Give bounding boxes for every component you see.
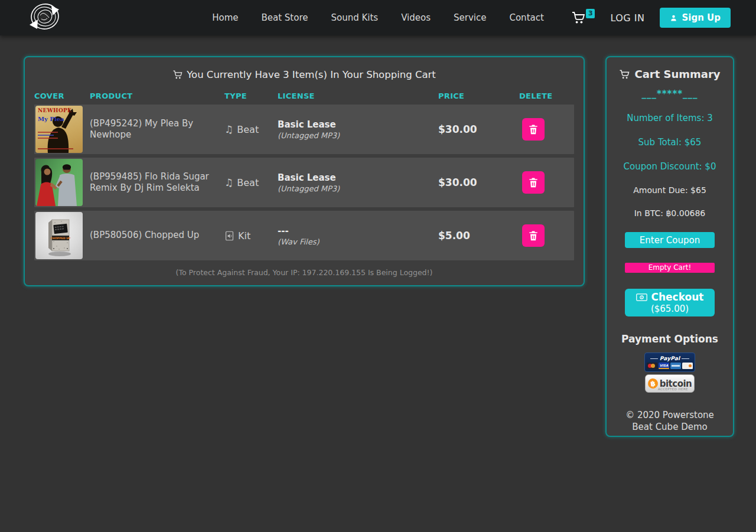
signup-button[interactable]: Sign Up	[660, 8, 731, 28]
enter-coupon-button[interactable]: Enter Coupon	[625, 232, 715, 248]
license-detail: (Untagged MP3)	[278, 131, 438, 140]
signup-label: Sign Up	[682, 12, 721, 23]
nav-item-home[interactable]: Home	[212, 12, 238, 23]
column-header-type: TYPE	[224, 92, 278, 100]
nav-item-sound-kits[interactable]: Sound Kits	[331, 12, 378, 23]
number-of-items: Number of Items: 3	[627, 113, 713, 123]
bitcoin-icon: ฿	[647, 378, 659, 389]
item-price: $5.00	[438, 230, 519, 241]
person-icon	[670, 14, 677, 22]
cart-title: You Currently Have 3 Item(s) In Your Sho…	[34, 68, 574, 81]
delete-cell	[519, 118, 574, 141]
type-label: Kit	[238, 230, 250, 241]
license-name: Basic Lease	[278, 119, 438, 130]
license-cell: Basic Lease (Untagged MP3)	[278, 119, 438, 140]
cart-summary-panel: Cart Summary ___*****___ Number of Items…	[605, 56, 734, 437]
cart-summary-title: Cart Summary	[619, 68, 720, 80]
cart-item-row: CHOPPED UP (BP580506) Chopped Up Kit ---…	[34, 211, 574, 260]
license-cell: --- (Wav Files)	[278, 226, 438, 246]
coupon-discount: Coupon Discount: $0	[624, 161, 716, 172]
type-cell: ♫ Beat	[224, 177, 278, 188]
money-icon	[636, 293, 647, 301]
bitcoin-badge: ฿ bitcoin ACCEPTED HERE	[645, 374, 695, 393]
delete-cell	[519, 224, 574, 247]
cart-item-row: (BP959485) Flo Rida Sugar Remix By Dj Ri…	[34, 158, 574, 207]
fraud-notice: (To Protect Against Fraud, Your IP: 197.…	[34, 268, 574, 277]
payment-options-title: Payment Options	[621, 333, 718, 345]
delete-item-button[interactable]	[522, 224, 545, 247]
nav-item-beat-store[interactable]: Beat Store	[261, 12, 308, 23]
type-label: Beat	[237, 124, 259, 135]
music-note-icon: ♫	[224, 178, 233, 188]
product-name: (BP495242) My Plea By Newhope	[90, 118, 224, 141]
page: Home Beat Store Sound Kits Videos Servic…	[0, 0, 756, 532]
nav-item-videos[interactable]: Videos	[401, 12, 431, 23]
product-name: (BP959485) Flo Rida Sugar Remix By Dj Ri…	[90, 171, 224, 194]
cover-image-my-plea[interactable]: NEWHOPE My Plea	[35, 106, 83, 153]
cover-box-text: CHOPPED UP	[51, 237, 71, 240]
delete-cell	[519, 171, 574, 194]
product-name: (BP580506) Chopped Up	[90, 230, 224, 241]
delete-item-button[interactable]	[522, 118, 545, 141]
cart-summary-title-text: Cart Summary	[634, 68, 720, 80]
cover-decor-footer	[38, 148, 73, 149]
license-name: Basic Lease	[278, 172, 438, 183]
mastercard-icon	[647, 363, 657, 369]
cover-artist-text: NEWHOPE	[38, 107, 71, 113]
cart-icon	[571, 11, 585, 25]
btc-amount: In BTC: ฿0.00686	[634, 208, 706, 218]
cart-count-badge: 3	[586, 9, 595, 18]
type-cell: ♫ Beat	[224, 124, 278, 135]
license-name: ---	[278, 226, 438, 236]
column-header-cover: COVER	[34, 92, 90, 100]
cart-table-header: COVER PRODUCT TYPE LICENSE PRICE DELETE	[34, 90, 574, 101]
visa-icon: VISA	[659, 363, 669, 369]
cart-icon	[619, 69, 630, 80]
cover-decor-lines	[38, 132, 58, 141]
cover-image-chopped-up[interactable]: CHOPPED UP	[35, 212, 83, 259]
cart-title-text: You Currently Have 3 Item(s) In Your Sho…	[187, 69, 436, 80]
checkout-button[interactable]: Checkout ($65.00)	[625, 289, 715, 316]
trash-icon	[527, 177, 539, 188]
cover-title-text: My Plea	[38, 116, 64, 122]
amex-icon	[670, 363, 681, 369]
paypal-badge: PayPal VISA	[644, 353, 695, 372]
license-detail: (Wav Files)	[278, 237, 438, 246]
nav-cart-button[interactable]: 3	[571, 11, 595, 25]
navbar: Home Beat Store Sound Kits Videos Servic…	[0, 0, 756, 35]
bitcoin-accepted-here: ACCEPTED HERE	[658, 387, 688, 391]
nav-right: 3 LOG IN Sign Up	[571, 0, 731, 35]
amount-due: Amount Due: $65	[633, 185, 706, 195]
empty-cart-button[interactable]: Empty Cart!	[625, 263, 715, 273]
cover-image-flo-rida-sugar[interactable]	[35, 159, 83, 206]
cart-panel: You Currently Have 3 Item(s) In Your Sho…	[24, 56, 585, 286]
login-link[interactable]: LOG IN	[610, 12, 644, 24]
paypal-decor-line	[650, 358, 658, 359]
delete-item-button[interactable]	[522, 171, 545, 194]
nav-item-contact[interactable]: Contact	[509, 12, 543, 23]
paypal-decor-line	[682, 358, 689, 359]
license-cell: Basic Lease (Untagged MP3)	[278, 172, 438, 193]
paypal-logo: PayPal	[660, 355, 680, 361]
cart-icon	[172, 70, 183, 80]
item-price: $30.00	[438, 177, 519, 188]
column-header-delete: DELETE	[519, 92, 574, 100]
nav-item-service[interactable]: Service	[454, 12, 486, 23]
item-price: $30.00	[438, 123, 519, 135]
summary-divider: ___*****___	[641, 89, 698, 99]
license-detail: (Untagged MP3)	[278, 184, 438, 193]
column-header-license: LICENSE	[278, 92, 438, 100]
cart-item-row: NEWHOPE My Plea (BP495242) My Plea By Ne…	[34, 105, 574, 154]
sub-total: Sub Total: $65	[638, 137, 702, 148]
type-label: Beat	[237, 177, 259, 188]
trash-icon	[527, 230, 539, 241]
audio-file-icon	[224, 231, 234, 241]
checkout-amount: ($65.00)	[651, 303, 689, 314]
checkout-label: Checkout	[651, 291, 704, 303]
copyright-text: © 2020 Powerstone Beat Cube Demo	[623, 409, 717, 433]
discover-icon	[682, 363, 693, 369]
column-header-product: PRODUCT	[90, 92, 224, 100]
column-header-price: PRICE	[438, 92, 519, 100]
type-cell: Kit	[224, 230, 278, 241]
trash-icon	[527, 123, 539, 135]
